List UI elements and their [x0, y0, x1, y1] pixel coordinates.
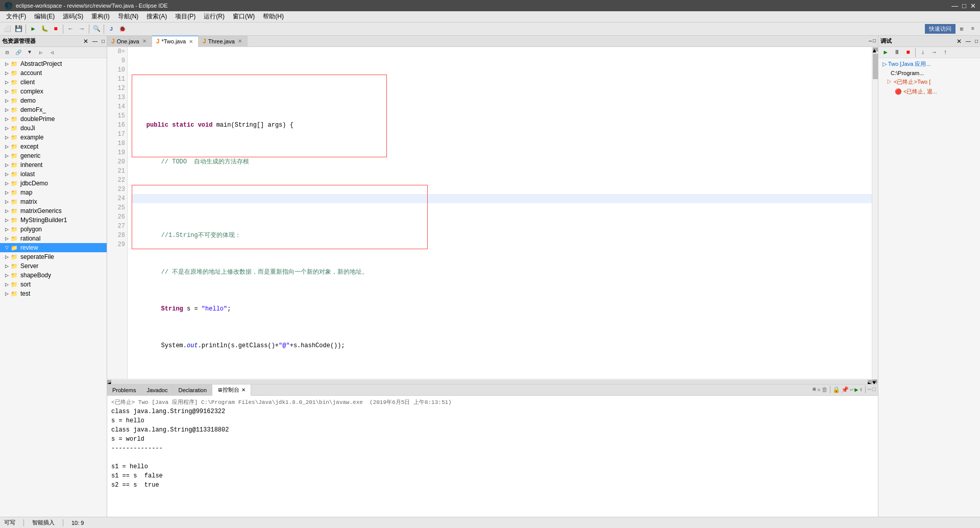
debug-suspend[interactable]: ⏸: [892, 47, 902, 58]
editor-scrollbar[interactable]: ▲ ▼: [872, 47, 878, 384]
console-word-wrap[interactable]: ↩: [850, 386, 853, 394]
toolbar-debug[interactable]: 🐛: [39, 24, 50, 34]
menu-project[interactable]: 项目(P): [171, 11, 200, 22]
tree-item-review[interactable]: ▽ 📁 review: [0, 243, 107, 252]
tree-item-AbstractProject[interactable]: ▷ 📁 AbstractProject: [0, 59, 107, 68]
tree-item-Server[interactable]: ▷ 📁 Server: [0, 261, 107, 271]
menu-search[interactable]: 搜索(A): [142, 11, 171, 22]
editor-min-btn[interactable]: —: [869, 38, 872, 44]
quick-access-button[interactable]: 快速访问: [925, 24, 955, 34]
console-remove[interactable]: ✕: [817, 386, 821, 394]
tab-console-close[interactable]: ✕: [241, 387, 246, 393]
debug-item-two[interactable]: ▷ Two [Java 应用...: [878, 59, 980, 69]
tree-item-except[interactable]: ▷ 📁 except: [0, 142, 107, 151]
console-pin[interactable]: 📌: [841, 386, 849, 394]
debug-stop[interactable]: ■: [903, 47, 913, 58]
toolbar-views[interactable]: ≡: [968, 24, 978, 34]
tree-item-generic[interactable]: ▷ 📁 generic: [0, 151, 107, 160]
debug-resume[interactable]: ▶: [880, 47, 891, 58]
tab-one-java[interactable]: J One.java ✕: [107, 36, 152, 47]
tab-two-close[interactable]: ✕: [188, 38, 194, 44]
hscrollbar-left[interactable]: ◀: [107, 380, 111, 384]
package-explorer-min[interactable]: —: [92, 38, 97, 44]
menu-window[interactable]: 窗口(W): [229, 11, 259, 22]
package-explorer-close-x[interactable]: ✕: [83, 38, 88, 45]
debug-panel-close-x[interactable]: ✕: [957, 38, 962, 45]
tab-two-java[interactable]: J *Two.java ✕: [152, 36, 199, 47]
console-output[interactable]: <已终止> Two [Java 应用程序] C:\Program Files\J…: [107, 396, 878, 517]
menu-help[interactable]: 帮助(H): [259, 11, 288, 22]
toolbar-forward[interactable]: →: [77, 24, 87, 34]
scrollbar-thumb[interactable]: [873, 54, 878, 79]
console-run[interactable]: ▶: [854, 386, 858, 394]
toolbar-save[interactable]: 💾: [13, 24, 23, 34]
pkg-collapse-all[interactable]: ⊟: [2, 47, 12, 58]
tree-item-matrixGenerics[interactable]: ▷ 📁 matrixGenerics: [0, 206, 107, 215]
menu-refactor[interactable]: 重构(I): [87, 11, 113, 22]
debug-step-return[interactable]: ↑: [940, 47, 950, 58]
scrollbar-down[interactable]: ▼: [872, 379, 877, 383]
menu-file[interactable]: 文件(F): [2, 11, 30, 22]
tree-item-complex[interactable]: ▷ 📁 complex: [0, 87, 107, 96]
tree-item-sort[interactable]: ▷ 📁 sort: [0, 280, 107, 289]
toolbar-back[interactable]: ←: [65, 24, 76, 34]
code-content[interactable]: public static void main(String[] args) {…: [128, 47, 878, 384]
tree-item-iolast[interactable]: ▷ 📁 iolast: [0, 170, 107, 179]
tree-item-test[interactable]: ▷ 📁 test: [0, 289, 107, 298]
tree-item-doublePrime[interactable]: ▷ 📁 doublePrime: [0, 114, 107, 124]
tree-item-client[interactable]: ▷ 📁 client: [0, 78, 107, 87]
tree-item-map[interactable]: ▷ 📁 map: [0, 188, 107, 197]
minimize-button[interactable]: —: [951, 2, 958, 10]
tab-declaration[interactable]: Declaration: [173, 385, 212, 396]
tab-javadoc[interactable]: Javadoc: [141, 385, 173, 396]
console-terminate[interactable]: ■: [812, 386, 816, 394]
close-button[interactable]: ✕: [970, 2, 976, 10]
toolbar-search[interactable]: 🔍: [91, 24, 102, 34]
toolbar-stop[interactable]: ■: [51, 24, 61, 34]
pkg-link-editor[interactable]: 🔗: [13, 47, 23, 58]
menu-edit[interactable]: 编辑(E): [30, 11, 59, 22]
tree-item-rational[interactable]: ▷ 📁 rational: [0, 234, 107, 243]
debug-item-program[interactable]: C:\Program...: [878, 69, 980, 77]
tree-item-polygon[interactable]: ▷ 📁 polygon: [0, 225, 107, 234]
tab-one-close[interactable]: ✕: [141, 38, 148, 44]
tree-item-MyStringBuilder1[interactable]: ▷ 📁 MyStringBuilder1: [0, 215, 107, 225]
pkg-next[interactable]: ▷: [36, 47, 46, 58]
debug-panel-max[interactable]: □: [975, 38, 978, 44]
hscrollbar-right[interactable]: ▶: [868, 380, 872, 384]
console-max[interactable]: □: [872, 386, 876, 394]
console-min[interactable]: —: [868, 386, 871, 394]
tab-three-java[interactable]: J Three.java ✕: [199, 36, 248, 47]
debug-step-over[interactable]: →: [929, 47, 939, 58]
maximize-button[interactable]: □: [962, 2, 966, 10]
editor-max-btn[interactable]: □: [873, 38, 876, 44]
tree-item-inherent[interactable]: ▷ 📁 inherent: [0, 160, 107, 170]
menu-navigate[interactable]: 导航(N): [114, 11, 143, 22]
debug-item-terminated1[interactable]: ▷ <已终止>Two [: [878, 77, 980, 87]
toolbar-perspective-java[interactable]: J: [106, 24, 116, 34]
tab-problems[interactable]: Problems: [107, 385, 141, 396]
tab-console[interactable]: 🖥 控制台 ✕: [212, 385, 251, 396]
scrollbar-up[interactable]: ▲: [873, 47, 878, 52]
tree-item-demo[interactable]: ▷ 📁 demo: [0, 96, 107, 105]
tree-item-seperateFile[interactable]: ▷ 📁 seperateFile: [0, 252, 107, 261]
pkg-menu[interactable]: ▼: [24, 47, 35, 58]
tree-item-demoFx[interactable]: ▷ 📁 demoFx_: [0, 105, 107, 114]
toolbar-new[interactable]: ⬜: [2, 24, 12, 34]
console-clear[interactable]: 🗑: [822, 386, 828, 394]
debug-step-into[interactable]: ↓: [918, 47, 928, 58]
tree-item-douJi[interactable]: ▷ 📁 douJi: [0, 124, 107, 133]
debug-panel-min[interactable]: —: [966, 38, 971, 44]
tree-item-shapeBody[interactable]: ▷ 📁 shapeBody: [0, 271, 107, 280]
pkg-prev[interactable]: ◁: [47, 47, 57, 58]
console-scroll-lock[interactable]: 🔒: [832, 386, 840, 394]
debug-item-terminated2[interactable]: 🔴 <已终止, 退...: [878, 87, 980, 97]
tab-three-close[interactable]: ✕: [237, 38, 243, 44]
toolbar-perspectives[interactable]: ⊞: [957, 24, 967, 34]
tree-item-jdbcDemo[interactable]: ▷ 📁 jdbcDemo: [0, 179, 107, 188]
editor-hscrollbar[interactable]: ◀ ▶: [107, 379, 872, 384]
toolbar-run[interactable]: ▶: [28, 24, 38, 34]
tree-item-matrix[interactable]: ▷ 📁 matrix: [0, 197, 107, 206]
toolbar-perspective-debug[interactable]: 🐞: [117, 24, 128, 34]
package-explorer-max[interactable]: □: [102, 38, 105, 44]
